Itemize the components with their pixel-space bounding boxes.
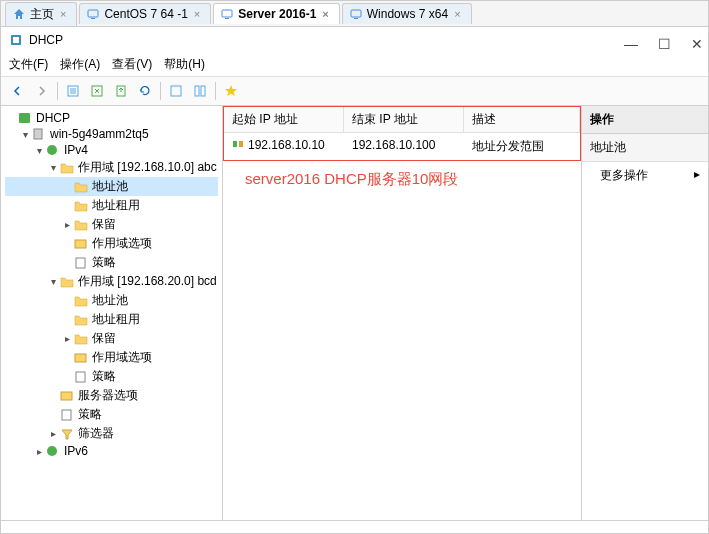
policy-icon	[73, 370, 89, 384]
tree-ipv6[interactable]: ▸IPv6	[5, 443, 218, 459]
menu-file[interactable]: 文件(F)	[9, 56, 48, 73]
tree-server-options[interactable]: 服务器选项	[5, 386, 218, 405]
dhcp-icon	[9, 33, 23, 47]
svg-rect-16	[201, 86, 205, 96]
svg-rect-20	[75, 240, 86, 248]
tree-reservations-2[interactable]: ▸保留	[5, 329, 218, 348]
annotation-text: server2016 DHCP服务器10网段	[245, 170, 458, 189]
tree-reservations[interactable]: ▸保留	[5, 215, 218, 234]
tab-label: 主页	[30, 6, 54, 23]
vm-icon	[220, 7, 234, 21]
svg-rect-25	[62, 410, 71, 420]
refresh-button[interactable]	[134, 80, 156, 102]
svg-point-19	[47, 145, 57, 155]
menu-help[interactable]: 帮助(H)	[164, 56, 205, 73]
vm-icon	[86, 7, 100, 21]
tab-windows7[interactable]: Windows 7 x64 ×	[342, 3, 472, 24]
col-description[interactable]: 描述	[464, 107, 580, 132]
close-icon[interactable]: ×	[58, 8, 68, 20]
tree-leases-2[interactable]: 地址租用	[5, 310, 218, 329]
folder-icon	[73, 332, 89, 346]
folder-icon	[73, 199, 89, 213]
svg-rect-2	[222, 10, 232, 17]
svg-rect-4	[351, 10, 361, 17]
menu-view[interactable]: 查看(V)	[112, 56, 152, 73]
svg-rect-15	[195, 86, 199, 96]
menu-bar: 文件(F) 操作(A) 查看(V) 帮助(H)	[1, 53, 708, 77]
col-start-ip[interactable]: 起始 IP 地址	[224, 107, 344, 132]
tree-scope2[interactable]: ▾作用域 [192.168.20.0] bcd	[5, 272, 218, 291]
back-button[interactable]	[7, 80, 29, 102]
policy-icon	[73, 256, 89, 270]
actions-header: 操作	[582, 106, 708, 134]
tab-centos[interactable]: CentOS 7 64 -1 ×	[79, 3, 211, 24]
actions-context: 地址池	[582, 134, 708, 162]
options-icon	[59, 389, 75, 403]
window-controls: — ☐ ✕	[624, 36, 703, 52]
tab-label: Windows 7 x64	[367, 7, 448, 21]
close-button[interactable]: ✕	[691, 36, 703, 52]
tree-leases[interactable]: 地址租用	[5, 196, 218, 215]
forward-button[interactable]	[31, 80, 53, 102]
folder-icon	[59, 275, 75, 289]
tree-scope-options[interactable]: 作用域选项	[5, 234, 218, 253]
svg-rect-14	[171, 86, 181, 96]
star-button[interactable]	[220, 80, 242, 102]
close-icon[interactable]: ×	[192, 8, 202, 20]
options-icon	[73, 351, 89, 365]
tab-server2016[interactable]: Server 2016-1 ×	[213, 3, 340, 24]
refresh-green-button[interactable]	[86, 80, 108, 102]
home-icon	[12, 7, 26, 21]
app-title: DHCP	[29, 33, 63, 47]
tree-policies[interactable]: 策略	[5, 253, 218, 272]
view1-button[interactable]	[165, 80, 187, 102]
tree-scope-options-2[interactable]: 作用域选项	[5, 348, 218, 367]
tree-filters[interactable]: ▸筛选器	[5, 424, 218, 443]
app-title-bar: DHCP — ☐ ✕	[1, 27, 708, 53]
tab-label: CentOS 7 64 -1	[104, 7, 187, 21]
vm-icon	[349, 7, 363, 21]
svg-rect-17	[19, 113, 30, 123]
folder-icon	[73, 180, 89, 194]
list-header: 起始 IP 地址 结束 IP 地址 描述	[224, 107, 580, 133]
actions-more[interactable]: 更多操作▸	[582, 162, 708, 189]
close-icon[interactable]: ×	[320, 8, 330, 20]
properties-button[interactable]	[62, 80, 84, 102]
svg-rect-3	[225, 18, 229, 19]
tree-policies-2[interactable]: 策略	[5, 367, 218, 386]
view2-button[interactable]	[189, 80, 211, 102]
folder-icon	[73, 313, 89, 327]
maximize-button[interactable]: ☐	[658, 36, 671, 52]
svg-rect-18	[34, 129, 42, 139]
tree-scope1[interactable]: ▾作用域 [192.168.10.0] abc	[5, 158, 218, 177]
col-end-ip[interactable]: 结束 IP 地址	[344, 107, 464, 132]
tab-home[interactable]: 主页 ×	[5, 2, 77, 26]
tree-server[interactable]: ▾win-5g49amm2tq5	[5, 126, 218, 142]
range-icon	[232, 138, 244, 155]
tree-root[interactable]: DHCP	[5, 110, 218, 126]
tree-address-pool-2[interactable]: 地址池	[5, 291, 218, 310]
options-icon	[73, 237, 89, 251]
actions-panel: 操作 地址池 更多操作▸	[582, 106, 708, 520]
svg-rect-27	[233, 141, 237, 147]
svg-rect-0	[88, 10, 98, 17]
tab-label: Server 2016-1	[238, 7, 316, 21]
svg-rect-23	[76, 372, 85, 382]
close-icon[interactable]: ×	[452, 8, 462, 20]
tree-ipv4[interactable]: ▾IPv4	[5, 142, 218, 158]
tree-policies-3[interactable]: 策略	[5, 405, 218, 424]
dhcp-icon	[17, 111, 33, 125]
list-panel: 起始 IP 地址 结束 IP 地址 描述 192.168.10.10 192.1…	[223, 106, 582, 520]
svg-rect-5	[354, 18, 358, 19]
list-row[interactable]: 192.168.10.10 192.168.10.100 地址分发范围	[224, 133, 580, 160]
menu-action[interactable]: 操作(A)	[60, 56, 100, 73]
export-button[interactable]	[110, 80, 132, 102]
tree-address-pool[interactable]: 地址池	[5, 177, 218, 196]
filter-icon	[59, 427, 75, 441]
svg-rect-1	[91, 18, 95, 19]
server-icon	[31, 127, 47, 141]
minimize-button[interactable]: —	[624, 36, 638, 52]
svg-rect-24	[61, 392, 72, 400]
highlighted-region: 起始 IP 地址 结束 IP 地址 描述 192.168.10.10 192.1…	[223, 106, 581, 161]
svg-rect-28	[239, 141, 243, 147]
